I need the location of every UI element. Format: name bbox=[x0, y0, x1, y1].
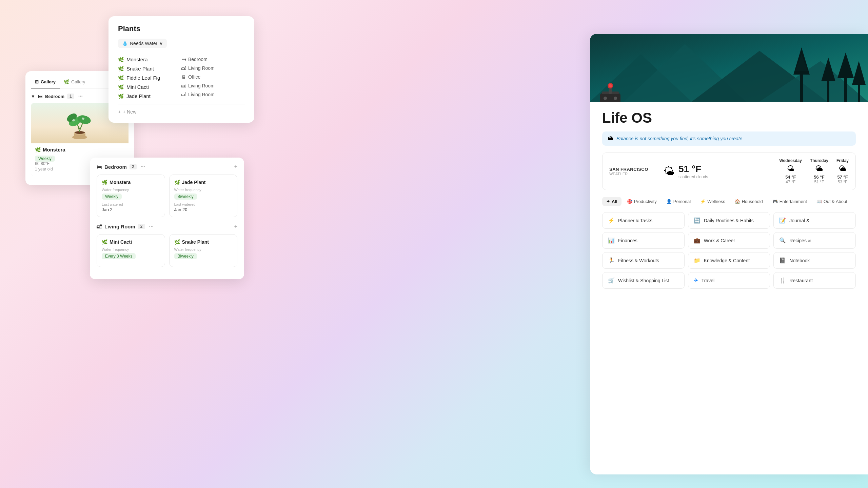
location-name: Living Room bbox=[188, 65, 215, 71]
tab-label: Entertainment bbox=[780, 199, 807, 204]
sofa-icon: 🛋 bbox=[97, 224, 102, 229]
tab-personal[interactable]: 👤 Personal bbox=[662, 197, 695, 206]
grid-item-wishlist[interactable]: 🛒 Wishlist & Shopping List bbox=[602, 272, 685, 289]
leaf-icon: 🌿 bbox=[174, 180, 180, 185]
plant-card-monstera[interactable]: 🌿 Monstera Water frequency Weekly Last w… bbox=[97, 175, 165, 217]
tab-label: Gallery bbox=[71, 79, 85, 84]
grid-item-journal[interactable]: 📝 Journal & bbox=[773, 212, 856, 229]
plant-row[interactable]: 🌿 Jade Plant bbox=[118, 92, 181, 101]
grid-item-fitness[interactable]: 🏃 Fitness & Workouts bbox=[602, 252, 685, 269]
weather-day-friday: Friday 🌥 57 °F 53 °F bbox=[836, 158, 849, 184]
grid-item-daily-routines[interactable]: 🔄 Daily Routines & Habits bbox=[688, 212, 770, 229]
tab-entertainment[interactable]: 🎮 Entertainment bbox=[768, 197, 811, 206]
productivity-icon: 🎯 bbox=[627, 199, 632, 204]
plant-name-text: Mini Cacti bbox=[110, 239, 132, 245]
grid-item-restaurant[interactable]: 🍴 Restaurant bbox=[773, 272, 856, 289]
current-weather-icon: 🌤 bbox=[664, 165, 674, 178]
tab-label: Out & About bbox=[824, 199, 847, 204]
sofa-icon: 🛋 bbox=[181, 83, 186, 88]
weather-temp: 51 °F bbox=[678, 164, 708, 175]
day-name: Wednesday bbox=[780, 158, 802, 163]
grid-item-finances[interactable]: 📊 Finances bbox=[602, 232, 685, 249]
living-room-header: 🛋 Living Room 2 ··· + bbox=[97, 223, 237, 229]
plant-row[interactable]: 🌿 Snake Plant bbox=[118, 64, 181, 73]
tab-all[interactable]: ✦ All bbox=[602, 197, 622, 206]
add-plant[interactable]: + bbox=[234, 164, 237, 170]
needs-water-filter[interactable]: 💧 Needs Water ∨ bbox=[118, 39, 167, 48]
plant-card-jade[interactable]: 🌿 Jade Plant Water frequency Biweekly La… bbox=[169, 175, 238, 217]
bed-icon: 🛏 bbox=[181, 57, 186, 62]
plus-icon: + bbox=[118, 109, 121, 115]
grid-icon: ⊞ bbox=[35, 79, 39, 84]
location-name: Bedroom bbox=[188, 57, 208, 62]
grid-item-notebook[interactable]: 📓 Notebook bbox=[773, 252, 856, 269]
plant-row[interactable]: 🌿 Fiddle Leaf Fig bbox=[118, 73, 181, 82]
add-plant[interactable]: + bbox=[234, 223, 237, 229]
tab-household[interactable]: 🏠 Household bbox=[731, 197, 767, 206]
day-name: Thursday bbox=[810, 158, 828, 163]
plant-mini-name: 🌿 Monstera bbox=[102, 180, 160, 185]
grid-item-label: Restaurant bbox=[789, 278, 812, 283]
bedroom-header: 🛏 Bedroom 2 ··· + bbox=[97, 164, 237, 170]
plant-card-mini-cacti[interactable]: 🌿 Mini Cacti Water frequency Every 3 Wee… bbox=[97, 234, 165, 267]
lifeos-title: Life OS bbox=[602, 110, 856, 126]
tab-label: Wellness bbox=[707, 199, 725, 204]
lifeos-panel: Life OS 🏔 Balance is not something you f… bbox=[590, 34, 868, 474]
day-low: 51 °F bbox=[810, 180, 828, 184]
plant-row[interactable]: 🌿 Monstera bbox=[118, 55, 181, 64]
leaf-icon-small: 🌿 bbox=[64, 79, 69, 84]
tab-out-about[interactable]: 📖 Out & About bbox=[812, 197, 851, 206]
grid-item-label: Planner & Tasks bbox=[618, 218, 652, 223]
plant-location: 🛋 Living Room bbox=[181, 81, 245, 90]
wishlist-icon: 🛒 bbox=[608, 277, 615, 284]
grid-item-recipes[interactable]: 🔍 Recipes & bbox=[773, 232, 856, 249]
grid-item-work-career[interactable]: 💼 Work & Career bbox=[688, 232, 770, 249]
tab-wellness[interactable]: ⚡ Wellness bbox=[696, 197, 729, 206]
tab-gallery-1[interactable]: ⊞ Gallery bbox=[31, 77, 60, 88]
day-low: 53 °F bbox=[836, 180, 849, 184]
monitor-icon: 🖥 bbox=[181, 74, 186, 80]
plant-mini-name: 🌿 Mini Cacti bbox=[102, 239, 160, 245]
monstera-illustration bbox=[64, 103, 95, 141]
date-label: Last watered bbox=[102, 202, 160, 206]
new-plant-button[interactable]: + + New bbox=[118, 109, 136, 115]
grid-item-knowledge[interactable]: 📁 Knowledge & Content bbox=[688, 252, 770, 269]
leaf-icon: 🌿 bbox=[102, 239, 107, 245]
svg-point-31 bbox=[614, 97, 617, 100]
svg-point-32 bbox=[604, 97, 607, 100]
freq-badge: Biweekly bbox=[174, 253, 197, 259]
weather-temp-block: 51 °F scattered clouds bbox=[678, 164, 708, 179]
leaf-icon: 🌿 bbox=[174, 239, 180, 245]
grid-item-label: Fitness & Workouts bbox=[618, 258, 659, 263]
plant-name-text: Jade Plant bbox=[182, 180, 206, 185]
more-options[interactable]: ··· bbox=[149, 223, 154, 229]
tab-productivity[interactable]: 🎯 Productivity bbox=[623, 197, 661, 206]
travel-icon: ✈ bbox=[694, 277, 698, 284]
date-label: Last watered bbox=[174, 202, 233, 206]
freq-label: Water frequency bbox=[102, 188, 160, 192]
grid-item-planner[interactable]: ⚡ Planner & Tasks bbox=[602, 212, 685, 229]
bed-icon: 🛏 bbox=[38, 94, 42, 99]
day-high: 54 °F bbox=[780, 175, 802, 180]
freq-label: Water frequency bbox=[174, 247, 233, 251]
plant-name: Monstera bbox=[126, 57, 148, 62]
bedroom-plants-grid: 🌿 Monstera Water frequency Weekly Last w… bbox=[97, 175, 237, 217]
day-icon: 🌥 bbox=[810, 164, 828, 173]
location-name: Living Room bbox=[188, 83, 215, 88]
room-label: Living Room bbox=[104, 224, 135, 229]
knowledge-icon: 📁 bbox=[694, 257, 701, 264]
leaf-icon: 🌿 bbox=[118, 57, 124, 62]
hero-svg bbox=[590, 34, 868, 102]
date-value: Jan 2 bbox=[102, 207, 160, 212]
more-options[interactable]: ··· bbox=[78, 93, 83, 99]
room-count: 2 bbox=[130, 164, 137, 169]
leaf-icon: 🌿 bbox=[118, 66, 124, 72]
collapse-arrow[interactable]: ▼ bbox=[31, 94, 35, 99]
weather-description: scattered clouds bbox=[678, 175, 708, 179]
plant-card-snake[interactable]: 🌿 Snake Plant Water frequency Biweekly bbox=[169, 234, 238, 267]
grid-item-travel[interactable]: ✈ Travel bbox=[688, 272, 770, 289]
more-options[interactable]: ··· bbox=[141, 164, 145, 170]
plant-row[interactable]: 🌿 Mini Cacti bbox=[118, 82, 181, 92]
tab-gallery-2[interactable]: 🌿 Gallery bbox=[60, 77, 89, 88]
restaurant-icon: 🍴 bbox=[779, 277, 786, 284]
